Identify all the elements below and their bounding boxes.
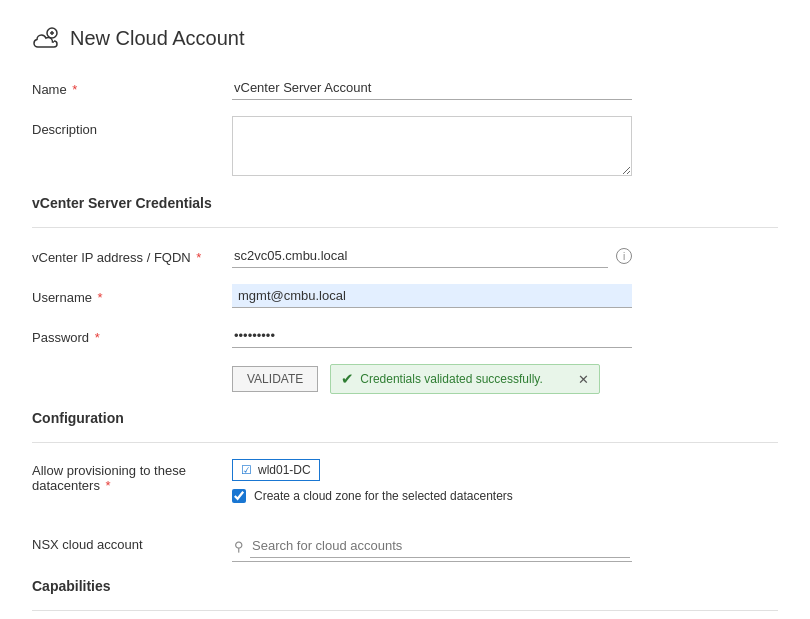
description-row: Description [32,116,778,179]
create-cloud-zone-checkbox[interactable] [232,489,246,503]
page-title: New Cloud Account [32,24,778,52]
username-label: Username * [32,284,232,305]
password-control [232,324,632,348]
username-row: Username * [32,284,778,308]
username-control [232,284,632,308]
validation-close-icon[interactable]: ✕ [578,372,589,387]
capabilities-section-title: Capabilities [32,578,778,594]
description-control [232,116,632,179]
datacenter-tag-row: ☑ wld01-DC [232,459,632,481]
search-icon: ⚲ [234,539,244,554]
name-row: Name * [32,76,778,100]
datacenter-check-icon: ☑ [241,463,252,477]
validate-button[interactable]: VALIDATE [232,366,318,392]
create-cloud-zone-row: Create a cloud zone for the selected dat… [232,489,632,503]
description-textarea[interactable] [232,116,632,176]
vcenter-ip-control: i [232,244,632,268]
capabilities-divider [32,610,778,611]
datacenter-tag-label: wld01-DC [258,463,311,477]
name-control [232,76,632,100]
password-row: Password * [32,324,778,348]
new-cloud-account-form: New Cloud Account Name * Description vCe… [0,0,810,619]
nsx-search-input[interactable] [250,534,630,558]
vcenter-ip-row: vCenter IP address / FQDN * i [32,244,778,268]
name-input[interactable] [232,76,632,100]
check-circle-icon: ✔ [341,370,354,388]
validate-row: VALIDATE ✔ Credentials validated success… [232,364,778,394]
cloud-account-icon [32,24,60,52]
nsx-row: NSX cloud account ⚲ [32,531,778,562]
validation-message: Credentials validated successfully. [360,372,543,386]
vcenter-ip-label: vCenter IP address / FQDN * [32,244,232,265]
nsx-search-row: ⚲ [232,531,632,562]
nsx-label: NSX cloud account [32,531,232,552]
datacenter-input-box[interactable]: ☑ wld01-DC [232,459,320,481]
password-input[interactable] [232,324,632,348]
config-divider [32,442,778,443]
create-cloud-zone-label: Create a cloud zone for the selected dat… [254,489,513,503]
description-label: Description [32,116,232,137]
datacenters-control: ☑ wld01-DC Create a cloud zone for the s… [232,459,632,515]
password-label: Password * [32,324,232,345]
vcenter-ip-info-icon[interactable]: i [616,248,632,264]
vcenter-section-title: vCenter Server Credentials [32,195,778,211]
name-label: Name * [32,76,232,97]
validation-success-banner: ✔ Credentials validated successfully. ✕ [330,364,600,394]
datacenters-label: Allow provisioning to these datacenters … [32,459,232,493]
vcenter-divider [32,227,778,228]
vcenter-ip-with-icon: i [232,244,632,268]
config-section-title: Configuration [32,410,778,426]
datacenters-row: Allow provisioning to these datacenters … [32,459,778,515]
vcenter-ip-input[interactable] [232,244,608,268]
nsx-control: ⚲ [232,531,632,562]
page-title-text: New Cloud Account [70,27,245,50]
username-input[interactable] [232,284,632,308]
